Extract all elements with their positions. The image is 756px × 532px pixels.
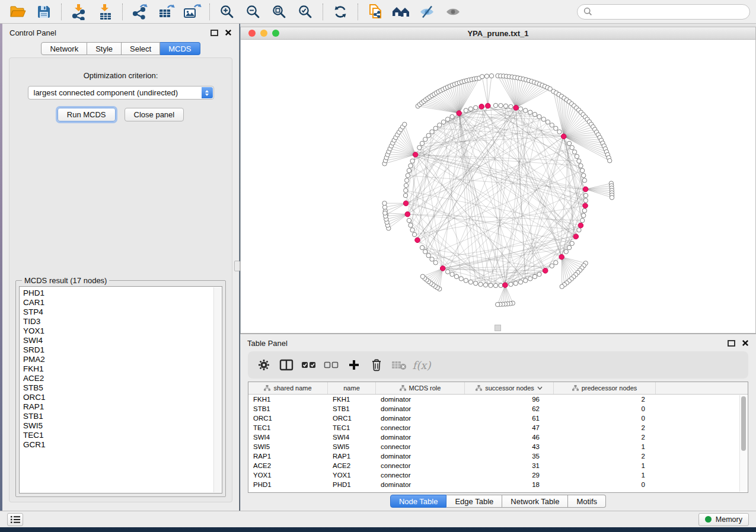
network-node[interactable] [479,282,483,286]
network-canvas[interactable] [240,40,756,334]
network-node[interactable] [383,211,387,215]
mcds-dominator-node[interactable] [578,223,583,228]
network-node[interactable] [577,228,581,232]
zoom-in-button[interactable] [215,2,239,21]
network-node[interactable] [537,272,541,276]
network-node[interactable] [518,280,522,284]
network-node[interactable] [503,104,508,108]
mcds-result-item[interactable]: RAP1 [23,402,222,412]
mcds-result-item[interactable]: STB1 [23,412,222,421]
mcds-dominator-node[interactable] [486,103,491,108]
export-image-button[interactable] [180,2,204,21]
network-node[interactable] [412,232,416,236]
refresh-view-button[interactable] [328,2,352,21]
mcds-dominator-node[interactable] [457,111,462,116]
network-node[interactable] [426,254,430,258]
network-node[interactable] [493,283,497,287]
network-node[interactable] [532,274,537,278]
mcds-result-item[interactable]: ACE2 [23,374,222,383]
show-all-button[interactable] [442,2,465,21]
network-node[interactable] [410,228,414,232]
table-scrollbar-thumb[interactable] [741,396,746,451]
network-node[interactable] [509,104,513,108]
delete-column-button[interactable] [365,354,388,376]
export-network-button[interactable] [128,2,152,21]
network-node[interactable] [409,164,413,168]
tab-select[interactable]: Select [122,42,160,55]
mcds-result-item[interactable]: PHD1 [23,289,222,298]
network-node[interactable] [579,164,583,168]
mcds-dominator-node[interactable] [405,211,410,217]
mcds-result-item[interactable]: CAR1 [23,298,222,307]
mcds-dominator-node[interactable] [559,254,564,259]
network-node[interactable] [564,249,568,254]
deselect-all-columns-button[interactable] [320,354,343,376]
tab-network-table[interactable]: Network Table [502,495,568,508]
network-node[interactable] [410,159,414,163]
tab-style[interactable]: Style [87,42,122,55]
mcds-result-item[interactable]: PMA2 [23,355,222,364]
network-node[interactable] [541,117,546,121]
network-node[interactable] [454,274,458,278]
network-node[interactable] [468,280,473,284]
network-node[interactable] [582,209,586,213]
table-row[interactable]: RAP1RAP1dominator352 [248,451,748,461]
table-row[interactable]: STB1STB1dominator620 [248,404,748,414]
table-row[interactable]: ACE2ACE2connector311 [248,461,748,470]
network-node[interactable] [423,137,428,142]
column-settings-button[interactable] [253,354,275,376]
hide-selected-button[interactable] [416,2,439,21]
zoom-out-button[interactable] [241,2,265,21]
network-node[interactable] [403,122,407,126]
mcds-result-item[interactable]: ORC1 [23,393,222,402]
network-node[interactable] [404,183,408,187]
float-panel-icon[interactable] [210,30,218,36]
mcds-dominator-node[interactable] [413,152,418,158]
network-node[interactable] [417,145,422,149]
network-node[interactable] [445,270,449,274]
network-node[interactable] [450,272,454,276]
network-node[interactable] [582,178,586,182]
delete-table-button[interactable] [388,354,410,376]
network-node[interactable] [550,123,554,127]
zoom-fit-button[interactable] [267,2,291,21]
network-node[interactable] [450,114,454,118]
mcds-result-item[interactable]: STP4 [23,307,222,317]
network-node[interactable] [583,198,588,203]
network-node[interactable] [570,145,574,149]
network-node[interactable] [493,103,497,107]
network-window-titlebar[interactable]: YPA_prune.txt_1 [240,27,756,40]
mcds-result-item[interactable]: SWI5 [23,421,222,431]
open-file-button[interactable] [6,2,30,21]
network-node[interactable] [420,245,424,249]
network-node[interactable] [474,281,478,286]
tab-edge-table[interactable]: Edge Table [446,495,502,508]
network-node[interactable] [513,281,518,286]
network-node[interactable] [407,218,411,222]
mcds-dominator-node[interactable] [513,105,519,111]
network-node[interactable] [518,107,522,111]
network-node[interactable] [407,168,411,172]
close-table-panel-icon[interactable] [742,339,749,347]
network-node[interactable] [409,223,413,227]
column-header-mcds-role[interactable]: MCDS role [376,382,465,394]
run-mcds-button[interactable]: Run MCDS [58,108,116,121]
network-node[interactable] [474,105,478,110]
network-node[interactable] [459,277,463,281]
memory-button[interactable]: Memory [698,513,749,526]
function-builder-button[interactable]: f(x) [410,354,433,376]
network-node[interactable] [567,245,571,249]
network-node[interactable] [489,73,493,78]
network-node[interactable] [582,213,586,217]
tab-motifs[interactable]: Motifs [568,495,606,508]
column-header-successor-nodes[interactable]: successor nodes [465,382,554,394]
network-node[interactable] [532,112,537,116]
network-node[interactable] [433,261,438,265]
network-node[interactable] [560,284,564,289]
table-row[interactable]: TEC1TEC1connector472 [248,423,748,432]
mcds-dominator-node[interactable] [583,187,588,192]
mcds-dominator-node[interactable] [573,234,579,239]
add-column-button[interactable] [343,354,365,376]
list-scrollbar[interactable] [213,287,221,492]
table-row[interactable]: PHD1PHD1dominator180 [248,480,748,489]
